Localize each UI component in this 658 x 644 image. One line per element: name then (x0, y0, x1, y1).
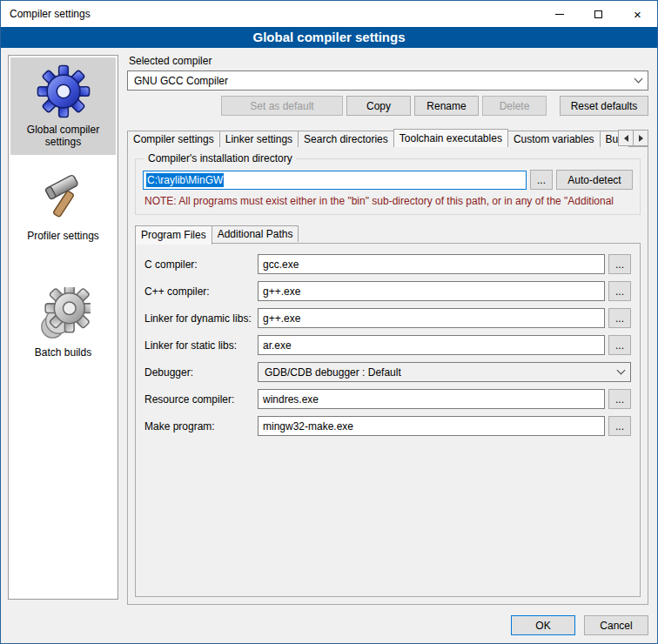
c-compiler-browse-button[interactable]: ... (608, 254, 631, 274)
linker-static-label: Linker for static libs: (144, 339, 258, 352)
compiler-buttons-row: Set as default Copy Rename Delete Reset … (127, 96, 648, 116)
autodetect-button[interactable]: Auto-detect (556, 170, 633, 190)
form-row: C++ compiler: ... (144, 281, 631, 301)
chevron-down-icon (634, 75, 643, 84)
gear-blue-icon (37, 64, 91, 118)
tab-linker-settings[interactable]: Linker settings (219, 131, 299, 147)
window-controls: × (540, 1, 657, 27)
minimize-button[interactable] (540, 1, 579, 27)
install-dir-selected-text: C:\raylib\MinGW (146, 173, 224, 187)
gears-gray-icon (37, 287, 91, 341)
resource-compiler-browse-button[interactable]: ... (608, 389, 631, 409)
compiler-settings-window: Compiler settings × Global compiler sett… (0, 0, 658, 644)
cpp-compiler-input[interactable] (258, 281, 605, 301)
window-title: Compiler settings (1, 8, 540, 20)
form-row: C compiler: ... (144, 254, 631, 274)
form-row: Linker for static libs: ... (144, 335, 631, 355)
resource-compiler-label: Resource compiler: (144, 393, 258, 406)
tab-program-files[interactable]: Program Files (135, 225, 212, 245)
set-as-default-button[interactable]: Set as default (221, 96, 343, 116)
delete-button[interactable]: Delete (482, 96, 547, 116)
sidebar-item-label: Global compiler settings (12, 124, 114, 148)
ok-button[interactable]: OK (511, 615, 575, 635)
tab-custom-variables[interactable]: Custom variables (507, 131, 601, 147)
maximize-button[interactable] (579, 1, 618, 27)
cancel-button[interactable]: Cancel (584, 615, 648, 635)
linker-static-browse-button[interactable]: ... (608, 335, 631, 355)
resource-compiler-input[interactable] (258, 389, 605, 409)
arrow-left-icon (624, 135, 628, 142)
selected-compiler-label: Selected compiler (129, 55, 648, 67)
tab-scroll-left-button[interactable] (618, 130, 634, 146)
c-compiler-input[interactable] (258, 254, 605, 274)
form-row: Linker for dynamic libs: ... (144, 308, 631, 328)
page-title: Global compiler settings (1, 27, 657, 48)
tab-search-directories[interactable]: Search directories (298, 131, 394, 147)
settings-tabstrip: Compiler settings Linker settings Search… (127, 128, 648, 147)
linker-dynamic-browse-button[interactable]: ... (608, 308, 631, 328)
toolchain-executables-panel: Compiler's installation directory C:\ray… (127, 146, 648, 605)
form-row: Make program: ... (144, 416, 631, 436)
sidebar-item-label: Profiler settings (27, 230, 99, 242)
maximize-icon (594, 10, 602, 18)
make-program-browse-button[interactable]: ... (608, 416, 631, 436)
titlebar: Compiler settings × (1, 1, 657, 27)
linker-static-input[interactable] (258, 335, 605, 355)
install-dir-group-title: Compiler's installation directory (144, 152, 296, 164)
make-program-input[interactable] (258, 416, 605, 436)
form-row: Debugger: GDB/CDB debugger : Default (144, 362, 631, 382)
main-content: Selected compiler GNU GCC Compiler Set a… (127, 55, 648, 635)
reset-defaults-button[interactable]: Reset defaults (560, 96, 648, 116)
selected-compiler-value: GNU GCC Compiler (134, 75, 228, 87)
dialog-footer: OK Cancel (127, 615, 648, 635)
cpp-compiler-browse-button[interactable]: ... (608, 281, 631, 301)
program-subtabs: Program Files Additional Paths (135, 225, 648, 244)
rename-button[interactable]: Rename (414, 96, 479, 116)
sidebar-item-global-compiler-settings[interactable]: Global compiler settings (10, 57, 116, 155)
close-button[interactable]: × (618, 1, 657, 27)
make-program-label: Make program: (144, 420, 258, 433)
tab-additional-paths[interactable]: Additional Paths (212, 225, 299, 242)
copy-button[interactable]: Copy (346, 96, 411, 116)
minimize-icon (555, 14, 564, 15)
debugger-label: Debugger: (144, 366, 258, 379)
chevron-down-icon (617, 366, 626, 375)
tab-scroll-arrows (619, 130, 648, 146)
install-dir-browse-button[interactable]: ... (530, 170, 553, 190)
hammer-icon (38, 172, 89, 225)
install-dir-row: C:\raylib\MinGW ... Auto-detect (143, 170, 633, 190)
sidebar-item-label: Batch builds (35, 346, 91, 359)
tab-compiler-settings[interactable]: Compiler settings (127, 131, 220, 147)
selected-compiler-dropdown[interactable]: GNU GCC Compiler (127, 70, 648, 91)
cpp-compiler-label: C++ compiler: (144, 285, 258, 298)
tab-scroll-right-button[interactable] (633, 130, 648, 146)
install-dir-input[interactable]: C:\raylib\MinGW (143, 171, 527, 190)
debugger-select[interactable]: GDB/CDB debugger : Default (258, 362, 631, 382)
debugger-value: GDB/CDB debugger : Default (265, 366, 401, 379)
tab-toolchain-executables[interactable]: Toolchain executables (393, 129, 508, 147)
program-files-panel: C compiler: ... C++ compiler: ... Linker… (135, 243, 641, 597)
close-icon: × (634, 8, 641, 21)
dialog-body: Global compiler settings (1, 48, 657, 643)
sidebar-item-batch-builds[interactable]: Batch builds (10, 280, 116, 366)
c-compiler-label: C compiler: (144, 258, 258, 271)
sidebar: Global compiler settings (8, 55, 118, 600)
note-text: NOTE: All programs must exist either in … (144, 195, 631, 207)
arrow-right-icon (639, 135, 643, 142)
install-dir-group: Compiler's installation directory C:\ray… (135, 152, 641, 215)
linker-dynamic-label: Linker for dynamic libs: (144, 312, 258, 325)
linker-dynamic-input[interactable] (258, 308, 605, 328)
form-row: Resource compiler: ... (144, 389, 631, 409)
sidebar-item-profiler-settings[interactable]: Profiler settings (10, 165, 116, 249)
